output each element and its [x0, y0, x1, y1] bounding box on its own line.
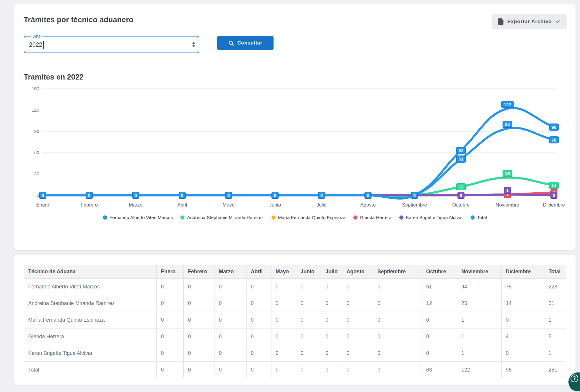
svg-text:0: 0	[553, 193, 555, 198]
table-cell: 0	[321, 295, 342, 312]
table-cell: 0	[373, 279, 422, 295]
tramites-table: Técnico de AduanaEneroFebreroMarzoAbrilM…	[24, 265, 566, 378]
x-axis-label: Agosto	[360, 202, 376, 207]
table-row: Glenda Herrera0000000000145	[24, 328, 566, 345]
technician-name-cell: Glenda Herrera	[24, 328, 157, 345]
data-label: 0	[458, 192, 464, 199]
chevron-down-icon	[555, 20, 560, 23]
table-cell: 0	[321, 312, 342, 328]
table-header-cell: Diciembre	[501, 265, 544, 279]
table-cell: 0	[321, 328, 342, 345]
file-icon	[498, 18, 504, 25]
x-axis-label: Febrero	[81, 202, 98, 207]
data-label: 0	[179, 192, 185, 199]
svg-text:0: 0	[274, 193, 276, 198]
svg-text:0: 0	[413, 193, 416, 198]
data-label: 0	[365, 192, 371, 199]
table-cell: 223	[544, 279, 566, 295]
search-icon	[228, 40, 234, 46]
table-cell: 0	[247, 312, 271, 328]
table-cell: 0	[296, 328, 321, 345]
y-axis-tick-label: 120	[32, 107, 39, 112]
legend-item-3[interactable]: Glenda Herrera	[353, 215, 392, 220]
table-cell: 12	[422, 295, 457, 312]
text-caret	[43, 41, 44, 49]
table-cell: 0	[247, 345, 271, 362]
table-cell: 0	[373, 362, 422, 378]
svg-text:94: 94	[505, 122, 510, 127]
table-cell: 0	[271, 295, 296, 312]
table-cell: 78	[501, 279, 544, 295]
year-input[interactable]	[24, 36, 199, 53]
legend-label: Glenda Herrera	[360, 215, 392, 220]
page-title: Trámites por técnico aduanero	[24, 15, 566, 24]
table-cell: 281	[544, 362, 566, 378]
x-axis-label: Enero	[36, 202, 49, 207]
table-cell: 0	[422, 328, 457, 345]
table-cell: 0	[321, 362, 342, 378]
x-axis-label: Abril	[177, 202, 187, 207]
x-axis-label: Diciembre	[543, 202, 565, 207]
consult-button[interactable]: Consultar	[217, 36, 274, 50]
table-header-cell: Enero	[157, 265, 184, 279]
legend-item-2[interactable]: María Fernanda Quinto Espinoza	[271, 215, 346, 220]
legend-label: Andreina Stephanie Miranda Ramirez	[187, 215, 263, 220]
legend-item-1[interactable]: Andreina Stephanie Miranda Ramirez	[180, 215, 263, 220]
table-cell: 0	[501, 345, 544, 362]
table-cell: 0	[184, 345, 214, 362]
tramites-line-chart: 0306090120150EneroFebreroMarzoAbrilMayoJ…	[24, 84, 566, 220]
table-cell: 1	[457, 328, 502, 345]
table-cell: 0	[422, 345, 457, 362]
chart-line-series-0	[43, 128, 554, 198]
data-label: 1	[504, 187, 511, 194]
table-cell: 0	[214, 328, 247, 345]
table-header-cell: Julio	[321, 265, 342, 279]
x-axis-label: Octubre	[452, 202, 470, 207]
help-icon: ?	[571, 374, 578, 382]
spinner-down-icon[interactable]	[192, 45, 195, 47]
legend-item-0[interactable]: Fernando Alberto Viteri Marcos	[103, 215, 173, 220]
table-cell: 0	[271, 312, 296, 328]
export-file-button[interactable]: Exportar Archivo	[492, 14, 567, 29]
x-axis-label: Marzo	[129, 202, 142, 207]
table-row: María Fernanda Quinto Espinoza0000000000…	[24, 312, 566, 328]
data-label: 0	[225, 192, 232, 199]
svg-text:122: 122	[504, 102, 511, 107]
data-label: 0	[551, 192, 557, 199]
table-cell: 0	[157, 312, 184, 328]
svg-text:0: 0	[88, 193, 90, 198]
table-cell: 0	[247, 279, 271, 295]
table-cell: 0	[157, 328, 184, 345]
chart-legend: Fernando Alberto Viteri MarcosAndreina S…	[24, 215, 566, 220]
table-cell: 0	[184, 279, 214, 295]
table-cell: 0	[373, 312, 422, 328]
table-cell: 0	[271, 279, 296, 295]
svg-text:12: 12	[458, 184, 463, 189]
data-label: 122	[501, 101, 514, 108]
data-label: 0	[411, 192, 418, 199]
line-chart-canvas: 0306090120150EneroFebreroMarzoAbrilMayoJ…	[24, 84, 566, 212]
x-axis-label: Julio	[317, 202, 327, 207]
table-cell: 63	[422, 362, 457, 378]
table-header-cell: Abril	[247, 265, 271, 279]
data-label: 78	[549, 137, 559, 143]
table-cell: 0	[373, 295, 422, 312]
table-row: Karen Brigette Tigua Alcívar000000000010…	[24, 345, 566, 362]
table-cell: 1	[544, 345, 566, 362]
technician-name-cell: Fernando Alberto Viteri Marcos	[24, 279, 157, 295]
legend-item-4[interactable]: Karen Brigette Tigua Alcívar	[399, 215, 463, 220]
data-label: 94	[503, 121, 512, 128]
data-label: 63	[456, 147, 465, 154]
table-cell: 0	[296, 312, 321, 328]
table-cell: 25	[457, 295, 502, 312]
svg-text:51: 51	[458, 156, 463, 161]
table-cell: 0	[373, 328, 422, 345]
table-cell: 0	[157, 295, 184, 312]
legend-item-5[interactable]: Total	[471, 215, 487, 220]
table-cell: 0	[342, 279, 373, 295]
data-label: 25	[503, 170, 512, 177]
table-cell: 0	[342, 295, 373, 312]
table-cell: 0	[247, 328, 271, 345]
y-axis-tick-label: 0	[37, 193, 39, 198]
spinner-up-icon[interactable]	[192, 42, 195, 44]
